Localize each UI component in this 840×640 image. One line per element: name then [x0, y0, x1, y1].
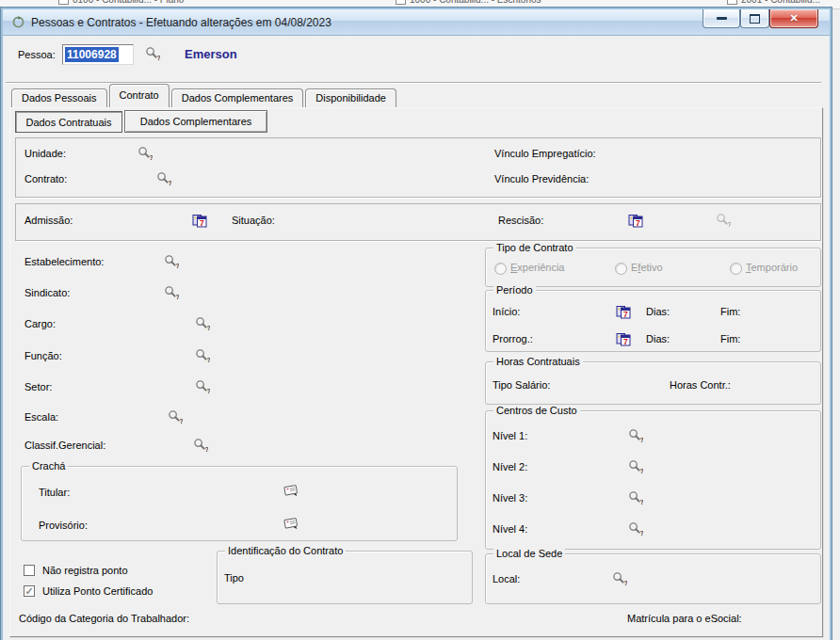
vinculo-empregaticio-label: Vínculo Empregatício: — [494, 148, 596, 160]
nivel2-label: Nível 2: — [493, 461, 527, 473]
admissao-calendar-icon[interactable] — [192, 213, 207, 228]
nivel4-label: Nível 4: — [493, 523, 527, 536]
inicio-label: Início: — [493, 306, 520, 318]
nivel4-lookup-icon[interactable] — [628, 521, 643, 536]
tab-contrato[interactable]: Contrato — [109, 84, 170, 107]
contrato-lookup-icon[interactable] — [156, 171, 171, 186]
contrato-label: Contrato: — [24, 173, 67, 185]
local-label: Local: — [493, 573, 520, 585]
setor-label: Setor: — [24, 381, 52, 393]
checkbox-icon — [396, 0, 406, 5]
person-id-input[interactable]: 11006928 — [62, 44, 134, 65]
unidade-label: Unidade: — [24, 148, 66, 160]
escala-lookup-icon[interactable] — [168, 409, 183, 424]
nivel2-lookup-icon[interactable] — [628, 459, 643, 474]
rescisao-lookup-icon — [716, 213, 731, 228]
periodo-group-title: Período — [493, 284, 536, 296]
unidade-lookup-icon[interactable] — [137, 146, 153, 161]
estabelecimento-lookup-icon[interactable] — [164, 254, 179, 269]
tipo-salario-label: Tipo Salário: — [493, 379, 550, 392]
person-id-value: 11006928 — [65, 47, 119, 62]
utiliza-ponto-certificado-checkbox[interactable]: ✓ — [24, 585, 35, 597]
vinculo-previdencia-label: Vínculo Previdência: — [494, 173, 589, 185]
funcao-lookup-icon[interactable] — [195, 348, 210, 363]
background-item: 1000 - Contabilid... - Escritórios — [396, 0, 541, 5]
setor-lookup-icon[interactable] — [195, 379, 210, 394]
subtab-dados-contratuais[interactable]: Dados Contratuais — [15, 111, 122, 133]
tipo-label: Tipo — [224, 572, 244, 584]
estabelecimento-label: Estabelecimento: — [24, 256, 104, 268]
radio-temporario — [730, 263, 742, 275]
tab-disponibilidade[interactable]: Disponibilidade — [305, 88, 396, 107]
maximize-button[interactable] — [740, 9, 769, 28]
titlebar[interactable]: Pessoas e Contratos - Efetuando alteraçõ… — [3, 9, 830, 36]
sindicato-lookup-icon[interactable] — [164, 285, 179, 300]
checkbox-icon — [58, 0, 69, 5]
nivel3-lookup-icon[interactable] — [628, 490, 643, 505]
person-lookup-icon[interactable] — [145, 46, 160, 61]
horas-contratuais-group-title: Horas Contratuais — [493, 356, 583, 368]
nivel3-label: Nível 3: — [493, 492, 527, 504]
nivel1-label: Nível 1: — [493, 430, 527, 442]
tab-strip: Dados Pessoais Contrato Dados Complement… — [11, 85, 398, 107]
situacao-label: Situação: — [232, 215, 275, 227]
window-title: Pessoas e Contratos - Efetuando alteraçõ… — [31, 16, 331, 29]
inicio-calendar-icon[interactable] — [616, 304, 631, 319]
classif-gerencial-lookup-icon[interactable] — [193, 438, 208, 453]
background-item: 2001 - Contabilid... — [727, 0, 820, 5]
cracha-provisorio-label: Provisório: — [39, 520, 88, 532]
person-label: Pessoa: — [18, 49, 56, 61]
minimize-button[interactable] — [703, 9, 740, 28]
rescisao-label: Rescisão: — [498, 215, 543, 227]
cracha-titular-label: Titular: — [39, 487, 70, 499]
rescisao-calendar-icon[interactable] — [628, 213, 643, 228]
nivel1-lookup-icon[interactable] — [628, 428, 643, 443]
person-name: Emerson — [185, 47, 237, 61]
cracha-provisorio-badge-icon[interactable] — [283, 516, 299, 531]
screen: 0100 - Contabilid... - Plano 1000 - Cont… — [0, 0, 840, 640]
minimize-icon — [717, 17, 727, 20]
centros-custo-group: Centros de Custo — [485, 410, 821, 550]
radio-efetivo-label: Efetivo — [631, 262, 663, 274]
escala-label: Escala: — [24, 411, 58, 424]
nao-registra-ponto-checkbox[interactable] — [24, 565, 35, 576]
background-item: 0100 - Contabilid... - Plano — [58, 0, 184, 5]
categoria-trabalhador-label: Código da Categoria do Trabalhador: — [19, 613, 189, 625]
radio-experiencia — [494, 263, 507, 275]
cracha-titular-badge-icon[interactable] — [283, 483, 299, 498]
radio-experiencia-label: Experiência — [510, 262, 564, 274]
fim1-label: Fim: — [720, 306, 740, 318]
centros-custo-group-title: Centros de Custo — [493, 405, 580, 417]
admissao-label: Admissão: — [24, 215, 73, 227]
app-icon — [11, 15, 25, 29]
admissao-panel — [15, 203, 821, 241]
close-button[interactable]: ✕ — [769, 9, 818, 28]
cargo-lookup-icon[interactable] — [195, 316, 210, 331]
dias1-label: Dias: — [646, 306, 670, 318]
unidade-contrato-panel — [15, 137, 821, 198]
tipo-contrato-group-title: Tipo de Contrato — [493, 242, 576, 254]
close-icon: ✕ — [789, 13, 798, 24]
matricula-esocial-label: Matrícula para o eSocial: — [627, 613, 742, 625]
prorrog-label: Prorrog.: — [493, 333, 533, 345]
subtab-dados-complementares[interactable]: Dados Complementares — [124, 110, 267, 133]
tab-dados-pessoais[interactable]: Dados Pessoais — [11, 88, 107, 107]
local-sede-group-title: Local de Sede — [493, 548, 565, 560]
classif-gerencial-label: Classif.Gerencial: — [24, 440, 105, 452]
nao-registra-ponto-label: Não registra ponto — [42, 565, 128, 577]
radio-temporario-label: Temporário — [746, 262, 798, 274]
checkbox-icon — [727, 0, 737, 5]
cargo-label: Cargo: — [24, 318, 56, 330]
radio-efetivo — [615, 263, 627, 275]
utiliza-ponto-certificado-label: Utiliza Ponto Certificado — [42, 585, 153, 598]
local-sede-group: Local de Sede — [485, 553, 821, 604]
dias2-label: Dias: — [646, 333, 670, 345]
tab-dados-complementares[interactable]: Dados Complementares — [171, 88, 304, 107]
pessoas-e-contratos-window: Pessoas e Contratos - Efetuando alteraçõ… — [1, 8, 832, 640]
funcao-label: Função: — [24, 350, 62, 362]
fim2-label: Fim: — [720, 333, 740, 345]
identificacao-contrato-group: Identificação do Contrato — [217, 551, 473, 604]
cracha-group-title: Crachá — [29, 460, 68, 472]
local-lookup-icon[interactable] — [612, 571, 627, 586]
prorrog-calendar-icon[interactable] — [616, 331, 631, 346]
